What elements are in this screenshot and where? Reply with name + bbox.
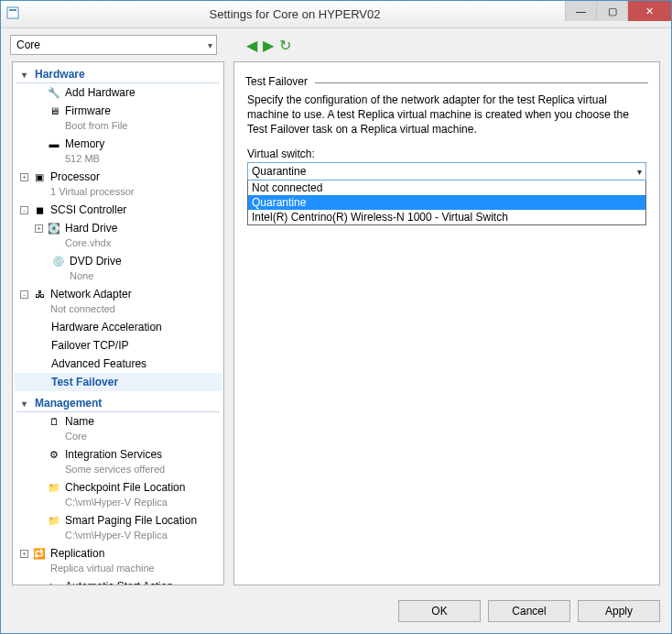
window-buttons: — ▢ ✕ [565,1,671,21]
settings-window: Settings for Core on HYPERV02 — ▢ ✕ Core… [0,0,672,634]
toolbar: Core ◀ ▶ ↻ [1,28,671,61]
tree-item-integration[interactable]: ⚙Integration Services Some services offe… [15,445,222,478]
expand-icon[interactable]: + [20,550,28,558]
vm-selector[interactable]: Core [10,35,217,55]
expand-icon[interactable]: + [20,173,28,181]
vm-selector-value: Core [16,38,40,51]
tree-item-checkpoint[interactable]: 📁Checkpoint File Location C:\vm\Hyper-V … [15,478,222,511]
tree-item-hard-drive[interactable]: +💽Hard Drive Core.vhdx [15,219,222,252]
tree-item-hw-accel[interactable]: Hardware Acceleration [15,318,222,336]
processor-icon: ▣ [32,170,47,183]
integration-icon: ⚙ [47,448,61,461]
section-label: Hardware [35,68,85,81]
tree-item-advanced-features[interactable]: Advanced Features [15,355,222,373]
add-hardware-icon: 🔧 [47,86,61,99]
collapse-icon[interactable]: - [20,206,28,214]
tree-item-name[interactable]: 🗒Name Core [15,412,222,445]
settings-tree: ▾ Hardware 🔧Add Hardware 🖥Firmware Boot … [12,61,224,585]
tree-item-network-adapter[interactable]: -🖧Network Adapter Not connected [15,285,222,318]
apply-button[interactable]: Apply [578,600,660,622]
tree-item-autostart[interactable]: ▶Automatic Start Action Restart if previ… [15,577,222,585]
tree-item-smartpaging[interactable]: 📁Smart Paging File Location C:\vm\Hyper-… [15,511,222,544]
svg-rect-1 [9,9,16,11]
collapse-icon: ▾ [22,70,31,80]
virtual-switch-dropdown: Not connected Quarantine Intel(R) Centri… [247,180,646,225]
hardware-section-header[interactable]: ▾ Hardware [16,64,220,83]
tree-item-dvd[interactable]: 💿DVD Drive None [15,252,222,285]
nav-back-icon[interactable]: ◀ [246,37,257,54]
dropdown-option[interactable]: Intel(R) Centrino(R) Wireless-N 1000 - V… [248,210,645,224]
tree-item-processor[interactable]: +▣Processor 1 Virtual processor [15,168,222,201]
virtual-switch-label: Virtual switch: [247,148,646,160]
tree-item-memory[interactable]: ▬Memory 512 MB [15,135,222,168]
tree-item-add-hardware[interactable]: 🔧Add Hardware [15,83,222,102]
network-icon: 🖧 [32,288,47,301]
tree-item-replication[interactable]: +🔁Replication Replica virtual machine [15,544,222,577]
expand-icon[interactable]: + [35,224,43,233]
panel-description: Specify the configuration of the network… [247,93,646,137]
nav-forward-icon[interactable]: ▶ [263,37,274,54]
virtual-switch-value: Quarantine [252,165,306,178]
replication-icon: 🔁 [32,547,47,560]
checkpoint-icon: 📁 [47,481,61,494]
panel-title: Test Failover [245,75,315,88]
dropdown-option[interactable]: Quarantine [248,195,645,210]
management-section-header[interactable]: ▾ Management [16,393,220,412]
virtual-switch-combo[interactable]: Quarantine [247,162,646,180]
tree-item-failover-tcpip[interactable]: Failover TCP/IP [15,336,222,355]
dvd-icon: 💿 [51,255,66,268]
collapse-icon[interactable]: - [20,290,28,299]
hard-drive-icon: 💽 [47,222,61,235]
collapse-icon: ▾ [22,399,31,409]
tree-item-firmware[interactable]: 🖥Firmware Boot from File [15,102,222,135]
tree-item-scsi[interactable]: -◼SCSI Controller [15,201,222,219]
close-button[interactable]: ✕ [627,1,671,21]
firmware-icon: 🖥 [47,104,61,117]
smartpaging-icon: 📁 [47,514,61,527]
dropdown-option[interactable]: Not connected [248,180,645,195]
section-label: Management [35,397,102,410]
dialog-buttons: OK Cancel Apply [1,593,671,633]
minimize-button[interactable]: — [565,1,596,21]
cancel-button[interactable]: Cancel [488,600,570,622]
name-icon: 🗒 [47,415,61,428]
detail-panel: Test Failover Specify the configuration … [233,61,660,585]
memory-icon: ▬ [47,137,61,150]
tree-item-test-failover[interactable]: Test Failover [15,373,222,391]
app-icon [1,6,25,22]
window-title: Settings for Core on HYPERV02 [25,7,565,21]
maximize-button[interactable]: ▢ [596,1,627,21]
svg-rect-0 [7,7,18,18]
refresh-icon[interactable]: ↻ [279,37,291,54]
autostart-icon: ▶ [47,580,61,585]
titlebar: Settings for Core on HYPERV02 — ▢ ✕ [1,1,671,28]
scsi-icon: ◼ [32,203,47,216]
ok-button[interactable]: OK [398,600,481,622]
